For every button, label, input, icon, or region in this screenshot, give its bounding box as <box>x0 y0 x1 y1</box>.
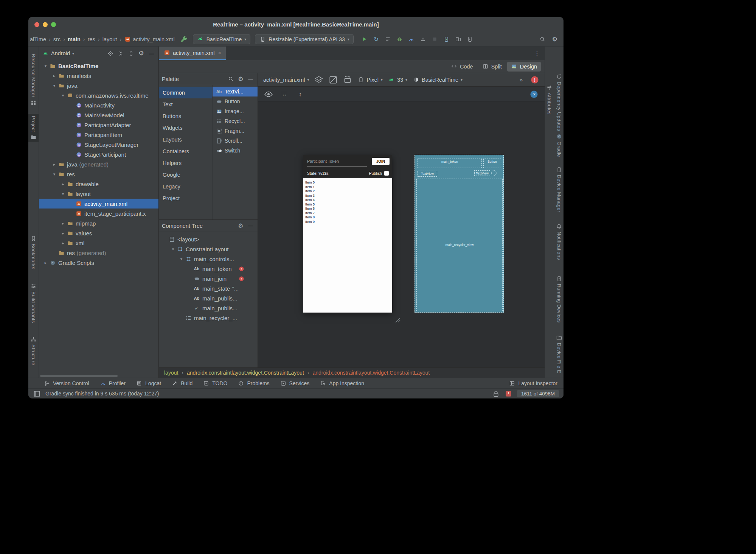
tree-item-res[interactable]: ▾res <box>39 169 158 179</box>
toolwindow-build[interactable]: Build <box>171 380 192 387</box>
stripe-item-bookmarks[interactable]: Bookmarks <box>28 233 39 271</box>
palette-category-legacy[interactable]: Legacy <box>159 181 212 192</box>
tree-item-participantitem[interactable]: CParticipantItem <box>39 130 158 140</box>
mode-split[interactable]: Split <box>478 62 506 72</box>
stripe-item-device-manager[interactable]: Device Manager <box>554 165 564 214</box>
surface-device-selector[interactable]: Pixel ▾ <box>357 76 382 83</box>
tree-item-basicrealtime[interactable]: ▾BasicRealTime <box>39 61 158 71</box>
breadcrumb-item-main[interactable]: main <box>68 36 81 42</box>
palette-component-image[interactable]: Image... <box>213 106 258 116</box>
tree-item-java[interactable]: ▾java <box>39 81 158 90</box>
palette-component-textvi[interactable]: AbTextVi... <box>213 87 258 96</box>
lock-icon[interactable] <box>492 390 500 398</box>
run-configurations-icon[interactable] <box>385 36 391 43</box>
collapse-all-icon[interactable] <box>117 50 125 58</box>
palette-category-text[interactable]: Text <box>159 98 212 110</box>
search-everywhere-icon[interactable] <box>539 36 546 43</box>
tree-item-mainactivity[interactable]: CMainActivity <box>39 100 158 110</box>
xml-breadcrumb-item-1[interactable]: androidx.constraintlayout.widget.Constra… <box>187 370 304 376</box>
project-view-selector[interactable]: Android <box>51 50 70 56</box>
tree-item-item-stage-participant-x[interactable]: item_stage_participant.x <box>39 209 158 218</box>
design-preview[interactable]: Participant Token JOIN State: %1$s Publi… <box>303 155 392 313</box>
errors-icon[interactable]: ! <box>530 75 539 84</box>
stripe-item-attributes[interactable]: Attributes <box>545 82 554 117</box>
design-canvas[interactable]: Participant Token JOIN State: %1$s Publi… <box>258 102 545 367</box>
palette-component-recycl[interactable]: Recycl... <box>213 116 258 126</box>
minimize-window-button[interactable] <box>43 22 48 27</box>
close-window-button[interactable] <box>34 22 39 27</box>
blueprint-preview[interactable]: main_token Button TextView TextView main… <box>414 155 504 313</box>
canvas-resize-handle[interactable] <box>394 317 401 324</box>
mode-code[interactable]: Code <box>447 62 477 72</box>
hide-icon[interactable]: — <box>247 222 255 230</box>
tree-item-participantadapter[interactable]: CParticipantAdapter <box>39 120 158 130</box>
stripe-item-structure[interactable]: Structure <box>28 334 39 367</box>
blueprint-recycler[interactable]: main_recycler_view <box>416 179 503 311</box>
tree-item-gradle-scripts[interactable]: ▸Gradle Scripts <box>39 258 158 268</box>
toolwindow-logcat[interactable]: Logcat <box>136 380 161 387</box>
publish-checkbox[interactable] <box>384 171 389 176</box>
stripe-item-dependency-updates[interactable]: Dependency Updates <box>554 72 564 133</box>
device-manager-icon[interactable] <box>443 36 450 43</box>
toolwindow-todo[interactable]: TODO <box>203 380 227 387</box>
run-icon[interactable] <box>361 36 368 43</box>
attach-debugger-icon[interactable] <box>420 36 427 43</box>
stop-icon[interactable] <box>432 36 438 43</box>
breadcrumb-item-layout[interactable]: layout <box>102 36 117 42</box>
tree-item-com-amazonaws-ivs-realtime[interactable]: ▾com.amazonaws.ivs.realtime <box>39 90 158 100</box>
breadcrumb-item-activity-main-xml[interactable]: activity_main.xml <box>124 36 174 43</box>
stripe-item-notifications[interactable]: Notifications <box>554 221 564 262</box>
help-icon[interactable]: ? <box>529 90 539 99</box>
component-item-main-publis-6[interactable]: Abmain_publis... <box>159 293 258 303</box>
profiler-icon[interactable] <box>408 36 415 43</box>
tree-item-manifests[interactable]: ▸manifests <box>39 71 158 81</box>
surface-api-selector[interactable]: 33 ▾ <box>388 76 407 83</box>
component-item-main-publis-7[interactable]: ✓main_publis... <box>159 303 258 313</box>
component-item-main-controls-2[interactable]: ▾main_controls... <box>159 254 258 264</box>
settings-icon[interactable]: ⚙ <box>551 36 558 43</box>
toolwindow-layout-inspector[interactable]: Layout Inspector <box>509 380 557 387</box>
scrollbar-thumb[interactable] <box>40 375 118 377</box>
palette-component-button[interactable]: Button <box>213 96 258 106</box>
pan-vertical-icon[interactable]: ↕ <box>296 90 305 99</box>
rerun-icon[interactable]: ↻ <box>373 36 380 43</box>
palette-component-switch[interactable]: Switch <box>213 146 258 156</box>
close-tab-icon[interactable]: × <box>218 50 221 56</box>
xml-breadcrumb-item-0[interactable]: layout <box>164 370 178 376</box>
run-configuration-selector[interactable]: BasicRealTime ▾ <box>193 34 251 44</box>
design-mode-icon[interactable] <box>329 75 338 84</box>
palette-category-buttons[interactable]: Buttons <box>159 110 212 122</box>
restore-layout-icon[interactable] <box>33 390 41 398</box>
stripe-item-resource-manager[interactable]: Resource Manager <box>28 52 39 107</box>
stripe-item-build-variants[interactable]: Build Variants <box>28 281 39 325</box>
tree-item-stagelayoutmanager[interactable]: CStageLayoutManager <box>39 140 158 149</box>
surface-theme-selector[interactable]: BasicRealTime ▾ <box>413 76 463 83</box>
pan-horizontal-icon[interactable]: ↔ <box>280 90 289 99</box>
project-horizontal-scrollbar[interactable] <box>39 374 158 378</box>
toolwindow-services[interactable]: Services <box>280 380 310 387</box>
palette-component-fragm[interactable]: Fragm... <box>213 126 258 136</box>
stripe-item-project[interactable]: Project <box>28 114 39 142</box>
tree-item-values[interactable]: ▸values <box>39 228 158 238</box>
editor-options-icon[interactable]: ⋮ <box>529 50 545 57</box>
mode-design[interactable]: Design <box>507 62 541 72</box>
debug-icon[interactable] <box>396 36 403 43</box>
xml-breadcrumb-item-2[interactable]: androidx.constraintlayout.widget.Constra… <box>312 370 430 376</box>
palette-component-scroll[interactable]: Scroll... <box>213 136 258 146</box>
tree-item-stageparticipant[interactable]: CStageParticipant <box>39 149 158 159</box>
settings-icon[interactable]: ⚙ <box>237 75 245 83</box>
breadcrumb-item-res[interactable]: res <box>88 36 95 42</box>
breadcrumb-item-altime[interactable]: alTime <box>30 36 46 42</box>
error-notification-icon[interactable]: ! <box>505 390 512 398</box>
surface-file-selector[interactable]: activity_main.xml ▾ <box>263 77 309 83</box>
palette-category-helpers[interactable]: Helpers <box>159 157 212 169</box>
blueprint-textview-2[interactable]: TextView <box>474 170 490 176</box>
blueprint-button[interactable]: Button <box>483 159 501 168</box>
palette-category-layouts[interactable]: Layouts <box>159 134 212 145</box>
join-button[interactable]: JOIN <box>372 158 390 165</box>
palette-category-containers[interactable]: Containers <box>159 145 212 157</box>
orientation-icon[interactable] <box>343 75 352 84</box>
component-item-main-recycler-8[interactable]: main_recycler_... <box>159 313 258 323</box>
hide-icon[interactable]: — <box>147 50 155 58</box>
hide-icon[interactable]: — <box>247 75 255 83</box>
